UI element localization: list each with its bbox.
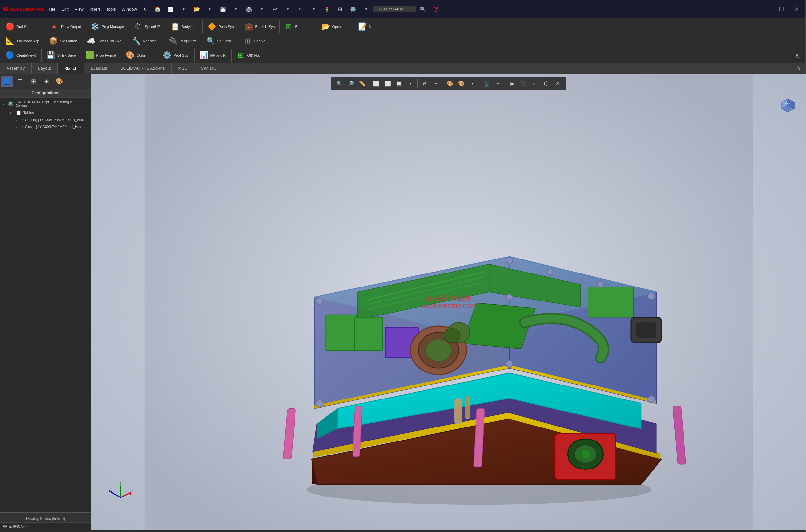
draw-output-button[interactable]: 🔺 Draw Output	[47, 21, 84, 32]
parts-sys-button[interactable]: 🔶 Parts Sys	[205, 21, 237, 32]
menu-file[interactable]: File	[49, 7, 55, 12]
speedup-button[interactable]: ⏱ SpeedUP	[131, 21, 164, 32]
titleblock-rep-button[interactable]: 📐 TitleBlock Rep	[3, 36, 42, 46]
tab-assembly[interactable]: Assembly	[0, 62, 32, 74]
tab-mbd[interactable]: MBD	[172, 62, 195, 74]
step-save-button[interactable]: 💾 STEP Save	[44, 50, 78, 61]
qik-no-button[interactable]: ⊞ QIK No.	[234, 50, 266, 61]
menu-edit[interactable]: Edit	[61, 7, 69, 12]
view-cube-icon[interactable]: 🔲	[394, 78, 404, 89]
plugin-sys-button[interactable]: 🔌 Plugin Sys	[166, 36, 199, 46]
bodylist-button[interactable]: 📋 Bodylist	[168, 21, 200, 32]
select-icon[interactable]: ↖	[295, 3, 307, 15]
zoom-out-icon[interactable]: 🔎	[346, 78, 356, 89]
batch-button[interactable]: ⊞ Batch	[281, 21, 314, 32]
color-button[interactable]: 🎨 Color	[123, 50, 156, 61]
sidebar-grid-btn[interactable]: ⊞	[28, 76, 39, 87]
view-cube[interactable]: TOP FRONT RIGHT	[775, 93, 801, 118]
view-dropdown-icon[interactable]: ▼	[405, 78, 416, 89]
rebuild-icon[interactable]: 🚦	[321, 3, 333, 15]
restore-button[interactable]: ❐	[774, 3, 788, 15]
zoom-in-icon[interactable]: 🔍	[334, 78, 345, 89]
ribbon-pin-button[interactable]: ∧	[791, 64, 806, 72]
sidebar-resize-handle[interactable]	[0, 512, 91, 515]
view-orient-2-icon[interactable]: ⬜	[383, 78, 393, 89]
prod-sys-button[interactable]: ⚙️ Prod Sys	[160, 50, 193, 61]
home-icon[interactable]: 🏠	[152, 3, 164, 15]
hp-and-r-button[interactable]: 📊 HP and R	[197, 50, 230, 61]
separator-9	[353, 20, 353, 33]
tab-evaluate[interactable]: Evaluate	[84, 62, 114, 74]
tab-solidworks-addins[interactable]: SOLIDWORKS Add-Ins	[114, 62, 172, 74]
tab-sketch[interactable]: Sketch	[58, 62, 84, 74]
menu-insert[interactable]: Insert	[90, 7, 100, 12]
tab-layout[interactable]: Layout	[32, 62, 58, 74]
tree-item-tables[interactable]: ▸ 📋 Tables	[0, 109, 91, 117]
tree-item-opening[interactable]: ▸ ✓ Opening [ LY-G001h7442MEDept1_Hea...	[0, 117, 91, 124]
hp-and-r-icon: 📊	[199, 51, 208, 60]
new-dropdown-icon[interactable]: ▼	[178, 3, 189, 15]
open-dropdown-icon[interactable]: ▼	[204, 3, 216, 15]
minimize-button[interactable]: ─	[759, 3, 773, 15]
undo-dropdown-icon[interactable]: ▼	[282, 3, 294, 15]
realview-dropdown-icon[interactable]: ▼	[468, 78, 478, 89]
sidebar-model-btn[interactable]: 🟦	[1, 76, 13, 87]
open-button[interactable]: 📂 Open	[318, 21, 351, 32]
note-button[interactable]: 📝 Note	[355, 21, 388, 32]
print-dropdown-icon[interactable]: ▼	[256, 3, 268, 15]
menu-star[interactable]: ★	[143, 7, 147, 12]
viewport[interactable]: 🔍 🔎 ✏️ ⬜ ⬜ 🔲 ▼ ⊕ ▼ 🎨 🎨 ▼ 🖥️ ▼ ▣ ⬛ ▭ ⬡ ✕	[91, 74, 806, 530]
draf-standards-button[interactable]: 🔴 Draf Standards	[3, 21, 43, 32]
sidebar-color-btn[interactable]: 🎨	[53, 76, 65, 87]
close-viewport-icon[interactable]: ✕	[552, 78, 563, 89]
menu-view[interactable]: View	[75, 7, 84, 12]
grid-icon[interactable]: ⊞	[334, 3, 346, 15]
select-sketch-icon[interactable]: ✏️	[357, 78, 367, 89]
select-dropdown-icon[interactable]: ▼	[308, 3, 320, 15]
split-v-icon[interactable]: ▭	[530, 78, 540, 89]
settings-dropdown-icon[interactable]: ▼	[360, 3, 372, 15]
display-style-icon[interactable]: ⊕	[419, 78, 430, 89]
undo-icon[interactable]: ↩	[269, 3, 281, 15]
sidebar-list-btn[interactable]: ☰	[14, 76, 26, 87]
scene-dropdown-icon[interactable]: ▼	[493, 78, 503, 89]
quad-view-icon[interactable]: ⬡	[541, 78, 552, 89]
help-icon[interactable]: ❓	[430, 3, 442, 15]
rename-button[interactable]: 🔧 Rename	[129, 36, 162, 46]
createview3-button[interactable]: 🔵 CreateView3	[3, 50, 39, 61]
prop-format-button[interactable]: 🟩 Prop Format	[83, 50, 118, 61]
sidebar-origin-btn[interactable]: ⊕	[40, 76, 52, 87]
self-test-button[interactable]: 🔍 Self Test	[203, 36, 236, 46]
backup-sys-button[interactable]: 💼 BackUp Sys	[241, 21, 277, 32]
cons-dwg-button[interactable]: ☁️ Cons DWG No.	[84, 36, 125, 46]
prop-manager-button[interactable]: ❄️ Prop Manager	[88, 21, 127, 32]
close-button[interactable]: ✕	[789, 3, 803, 15]
display-dropdown-icon[interactable]: ▼	[431, 78, 441, 89]
prop-format-icon: 🟩	[85, 51, 94, 60]
split-h-icon[interactable]: ⬛	[518, 78, 529, 89]
separator-14	[201, 35, 201, 48]
tree-item-root[interactable]: ▾ ⚙️ LY-G001h7442MEDept1_Heatsetting V1 …	[0, 99, 91, 109]
speedup-icon: ⏱	[133, 22, 143, 31]
tab-swtdo[interactable]: SWTDO	[194, 62, 223, 74]
appearance-icon[interactable]: 🎨	[445, 78, 455, 89]
get-no-button[interactable]: ⊞ Get No.	[240, 36, 273, 46]
save-dropdown-icon[interactable]: ▼	[230, 3, 242, 15]
sm-flatten-button[interactable]: 📦 SM Flatten	[46, 36, 80, 46]
closed-label: Closed [ LY-G001h7442MEDept1_Heats...	[25, 125, 86, 129]
search-icon[interactable]: 🔍	[417, 3, 429, 15]
scene-icon[interactable]: 🖥️	[481, 78, 492, 89]
menu-tools[interactable]: Tools	[106, 7, 116, 12]
save-icon[interactable]: 💾	[217, 3, 229, 15]
settings-icon[interactable]: ⚙️	[347, 3, 359, 15]
tree-item-closed[interactable]: ▸ ✓ Closed [ LY-G001h7442MEDept1_Heats..…	[0, 124, 91, 130]
display-state-item[interactable]: 👁️ 显示状态-3	[0, 522, 91, 530]
open-icon[interactable]: 📂	[191, 3, 203, 15]
view-orient-1-icon[interactable]: ⬜	[371, 78, 382, 89]
menu-window[interactable]: Window	[122, 7, 137, 12]
new-file-icon[interactable]: 📄	[165, 3, 177, 15]
ribbon-collapse[interactable]: ∧	[791, 52, 803, 59]
realview-icon[interactable]: 🎨	[456, 78, 466, 89]
print-icon[interactable]: 🖨️	[243, 3, 255, 15]
single-view-icon[interactable]: ▣	[507, 78, 517, 89]
